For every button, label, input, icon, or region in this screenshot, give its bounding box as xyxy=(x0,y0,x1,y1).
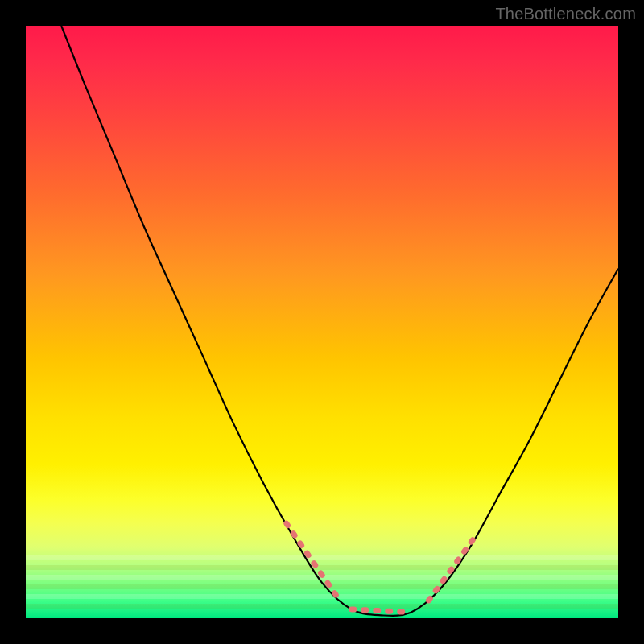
plot-area xyxy=(26,26,618,618)
highlight-segment xyxy=(428,535,476,601)
curve-layer xyxy=(26,26,618,618)
highlight-segment xyxy=(287,523,340,601)
chart-frame: TheBottleneck.com xyxy=(0,0,644,644)
highlight-group xyxy=(287,523,477,612)
watermark-text: TheBottleneck.com xyxy=(495,5,636,23)
curve-path xyxy=(61,26,618,616)
bottleneck-curve xyxy=(61,26,618,616)
highlight-segment xyxy=(352,609,411,613)
